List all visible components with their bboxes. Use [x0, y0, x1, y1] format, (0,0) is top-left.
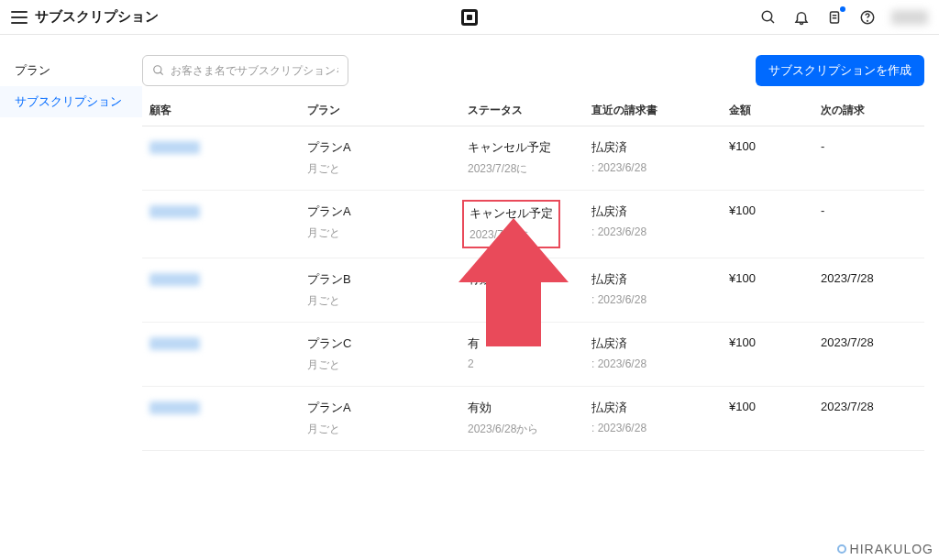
app-header: サブスクリプション	[0, 0, 939, 35]
plan-interval: 月ごと	[307, 225, 468, 241]
amount: ¥100	[729, 271, 821, 309]
customer-name-blur	[149, 205, 200, 218]
status-date: 2	[468, 357, 591, 370]
plan-name: プランA	[307, 203, 468, 220]
watermark-icon	[837, 544, 846, 554]
status-label: 有効	[468, 400, 591, 416]
svg-point-6	[867, 20, 868, 21]
bell-icon[interactable]	[792, 8, 811, 27]
next-bill: 2023/7/28	[821, 271, 924, 309]
next-bill: 2023/7/28	[821, 335, 924, 373]
table-header: 顧客 プラン ステータス 直近の請求書 金額 次の請求	[142, 103, 924, 126]
next-bill: -	[821, 139, 924, 177]
plan-name: プランB	[307, 271, 468, 288]
svg-point-0	[762, 11, 772, 21]
search-input-icon	[152, 64, 165, 77]
amount: ¥100	[729, 139, 821, 177]
plan-name: プランC	[307, 335, 468, 352]
menu-icon[interactable]	[11, 11, 28, 24]
invoice-date: : 2023/6/28	[591, 161, 729, 174]
watermark-text: HIRAKULOG	[850, 542, 933, 556]
th-amount: 金額	[729, 103, 821, 118]
th-status: ステータス	[468, 103, 591, 118]
amount: ¥100	[729, 203, 821, 245]
plan-interval: 月ごと	[307, 357, 468, 373]
svg-line-8	[160, 72, 163, 75]
avatar[interactable]	[891, 10, 928, 25]
table-row[interactable]: プランA 月ごと キャンセル予定 2023/7/28に 払戻済 : 2023/6…	[142, 191, 924, 258]
th-invoice: 直近の請求書	[591, 103, 729, 118]
table-row[interactable]: プランC 月ごと 有 2 払戻済 : 2023/6/28 ¥100 2023/7…	[142, 323, 924, 387]
table-row[interactable]: プランB 月ごと 有効 払戻済 : 2023/6/28 ¥100 2023/7/…	[142, 258, 924, 323]
customer-name-blur	[149, 273, 200, 286]
status-label: キャンセル予定	[470, 205, 553, 222]
search-input[interactable]	[171, 64, 338, 77]
invoice-date: : 2023/6/28	[591, 225, 729, 238]
square-logo-icon[interactable]	[461, 9, 478, 26]
sidebar: プラン サブスクリプション	[0, 35, 142, 560]
next-bill: 2023/7/28	[821, 400, 924, 437]
status-label: 有	[468, 335, 591, 352]
customer-name-blur	[149, 337, 200, 350]
invoice-status: 払戻済	[591, 335, 729, 352]
status-date: 2023/7/28に	[468, 161, 591, 177]
svg-point-7	[154, 66, 161, 73]
plan-name: プランA	[307, 400, 468, 416]
status-date: 2023/7/28に	[470, 227, 553, 243]
help-icon[interactable]	[858, 8, 877, 27]
sidebar-item-plan[interactable]: プラン	[0, 55, 142, 86]
notification-dot-icon	[840, 6, 845, 12]
customer-name-blur	[149, 401, 200, 414]
plan-interval: 月ごと	[307, 293, 468, 309]
table-row[interactable]: プランA 月ごと 有効 2023/6/28から 払戻済 : 2023/6/28 …	[142, 387, 924, 451]
customer-name-blur	[149, 141, 200, 154]
search-input-wrapper[interactable]	[142, 55, 348, 86]
watermark: HIRAKULOG	[837, 542, 933, 556]
invoice-status: 払戻済	[591, 203, 729, 220]
main-content: サブスクリプションを作成 顧客 プラン ステータス 直近の請求書 金額 次の請求…	[142, 35, 939, 560]
status-label: 有効	[468, 271, 591, 288]
highlight-annotation: キャンセル予定 2023/7/28に	[462, 200, 560, 248]
table-row[interactable]: プランA 月ごと キャンセル予定 2023/7/28に 払戻済 : 2023/6…	[142, 126, 924, 191]
invoice-status: 払戻済	[591, 139, 729, 156]
amount: ¥100	[729, 335, 821, 373]
th-plan: プラン	[307, 103, 468, 118]
subscriptions-table: 顧客 プラン ステータス 直近の請求書 金額 次の請求 プランA 月ごと キャン…	[142, 103, 924, 451]
plan-interval: 月ごと	[307, 422, 468, 437]
status-label: キャンセル予定	[468, 139, 591, 156]
create-subscription-button[interactable]: サブスクリプションを作成	[756, 55, 924, 86]
invoice-status: 払戻済	[591, 400, 729, 416]
plan-interval: 月ごと	[307, 161, 468, 177]
next-bill: -	[821, 203, 924, 245]
th-customer: 顧客	[142, 103, 307, 118]
svg-line-1	[770, 19, 774, 23]
invoice-date: : 2023/6/28	[591, 422, 729, 434]
status-date: 2023/6/28から	[468, 422, 591, 437]
clipboard-icon[interactable]	[825, 8, 844, 27]
plan-name: プランA	[307, 139, 468, 156]
invoice-date: : 2023/6/28	[591, 293, 729, 306]
search-icon[interactable]	[759, 8, 778, 27]
invoice-status: 払戻済	[591, 271, 729, 288]
th-next: 次の請求	[821, 103, 924, 118]
page-title: サブスクリプション	[35, 8, 159, 26]
invoice-date: : 2023/6/28	[591, 357, 729, 370]
amount: ¥100	[729, 400, 821, 437]
sidebar-item-subscriptions[interactable]: サブスクリプション	[0, 86, 142, 117]
